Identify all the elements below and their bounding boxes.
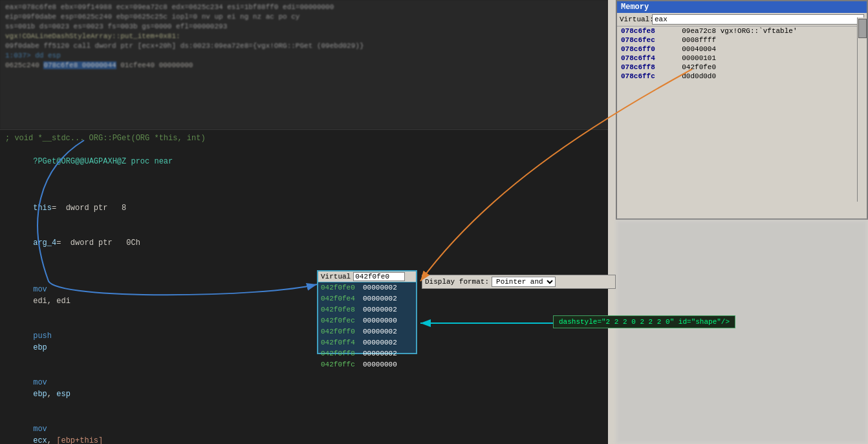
mem-addr-2: 078c6ff0 [617,45,678,54]
proc-arg4: arg_4= dword ptr 0Ch [5,226,603,260]
main-debug-panel: eax=078c6fe8 ebx=09f14988 ecx=09ea72c8 e… [0,0,608,444]
list-item: 042f0fe0 00000002 [318,282,416,293]
proc-mangled: ?PGet@ORG@@UAGPAXH@Z proc near [5,144,603,179]
memory-table: 078c6fe8 09ea72c8 vgx!ORG::`vftable' 078… [617,26,857,81]
memory-popup-rows: 042f0fe0 00000002 042f0fe4 00000002 042f… [318,282,416,370]
list-item: 042f0fe8 00000002 [318,304,416,315]
list-item: 042f0ff8 00000002 [318,348,416,359]
proc-blank2 [5,260,603,272]
mem-addr-4: 078c6ff8 [617,63,678,72]
list-item: 042f0fe4 00000002 [318,293,416,304]
list-item: 042f0ff4 00000002 [318,337,416,348]
popup-addr-5: 042f0ff4 [321,338,363,348]
popup-addr-3: 042f0fec [321,316,363,326]
memory-rows-container: 078c6fe8 09ea72c8 vgx!ORG::`vftable' 078… [617,26,857,81]
right-lower-panel [616,220,868,444]
reg-line-5: 09f0dabe ff5120 call dword ptr [ecx+20h]… [5,41,603,51]
popup-val-3: 00000000 [363,316,397,326]
reg-line-3: ss=001b ds=0023 es=0023 fs=003b gs=0000 … [5,22,603,32]
scrollbar-thumb[interactable] [858,19,867,38]
popup-addr-6: 042f0ff8 [321,349,363,359]
annotation-box: dashstyle="2 2 2 0 2 2 2 0" id="shape"/> [553,315,735,328]
scrollbar-track [858,19,867,203]
memory-virtual-label: Virtual: [620,16,652,23]
mem-val-2: 00040004 [678,45,857,54]
proc-this-arg: this= dword ptr 8 [5,191,603,226]
instr-push-ebp: push ebp [5,319,603,365]
memory-popup-header: Virtual [318,271,416,282]
popup-val-2: 00000002 [363,305,397,315]
memory-popup: Virtual 042f0fe0 00000002 042f0fe4 00000… [317,270,417,354]
mem-val-5: d0d0d0d0 [678,72,857,81]
registers-area: eax=078c6fe8 ebx=09f14988 ecx=09ea72c8 e… [0,0,608,129]
popup-addr-1: 042f0fe4 [321,294,363,304]
memory-panel: Memory Virtual: 078c6fe8 09ea72c8 vgx!OR… [616,0,868,220]
table-row: 078c6ff8 042f0fe0 [617,63,857,72]
popup-val-5: 00000002 [363,338,397,348]
popup-val-1: 00000002 [363,294,397,304]
mem-val-3: 00000101 [678,54,857,63]
instr-mov-ecx: mov ecx, [ebp+this] [5,412,603,444]
memory-popup-virtual-input[interactable] [353,272,405,281]
display-format-label: Display format: [425,278,489,286]
memory-popup-virtual-label: Virtual [321,273,351,280]
table-row: 078c6ff0 00040004 [617,45,857,54]
list-item: 042f0fec 00000000 [318,315,416,326]
dd-esp-result: 0625c240 078c6fe8 00000044 01cfee40 0000… [5,61,603,70]
popup-addr-2: 042f0fe8 [321,305,363,315]
table-row: 078c6ff4 00000101 [617,54,857,63]
prompt-line-dd: 1:037> dd esp [5,51,603,61]
popup-val-7: 00000000 [363,360,397,370]
popup-addr-0: 042f0fe0 [321,283,363,293]
proc-blank1 [5,179,603,191]
proc-comment: ; void *__stdc... ORG::PGet(ORG *this, i… [5,132,603,144]
popup-val-6: 00000002 [363,349,397,359]
table-row: 078c6fec 0008ffff [617,36,857,45]
popup-val-0: 00000002 [363,283,397,293]
mem-addr-0: 078c6fe8 [617,26,678,36]
list-item: 042f0ff0 00000002 [318,326,416,337]
table-row: 078c6fe8 09ea72c8 vgx!ORG::`vftable' [617,26,857,36]
mem-addr-5: 078c6ffc [617,72,678,81]
memory-panel-title: Memory [617,1,867,13]
mem-addr-3: 078c6ff4 [617,54,678,63]
reg-line-1: eax=078c6fe8 ebx=09f14988 ecx=09ea72c8 e… [5,3,603,12]
display-format-bar: Display format: Pointer and [422,275,616,289]
instr-mov-ebp: mov ebp, esp [5,365,603,412]
mem-addr-1: 078c6fec [617,36,678,45]
table-row: 078c6ffc d0d0d0d0 [617,72,857,81]
list-item: 042f0ffc 00000000 [318,359,416,370]
popup-addr-7: 042f0ffc [321,360,363,370]
mem-val-0: 09ea72c8 vgx!ORG::`vftable' [678,26,857,36]
reg-line-4: vgx!COALineDashStyleArray::put_item+0x81… [5,32,603,41]
reg-line-2: eip=09f0dabe esp=0625c240 ebp=0625c25c i… [5,12,603,22]
right-lower-content [616,220,868,444]
memory-scrollbar[interactable] [857,17,867,202]
memory-virtual-row: Virtual: [617,13,867,26]
memory-virtual-input[interactable] [652,14,864,25]
mem-val-1: 0008ffff [678,36,857,45]
display-format-select[interactable]: Pointer and [492,277,556,287]
popup-val-4: 00000002 [363,327,397,337]
mem-val-4: 042f0fe0 [678,63,857,72]
popup-addr-4: 042f0ff0 [321,327,363,337]
